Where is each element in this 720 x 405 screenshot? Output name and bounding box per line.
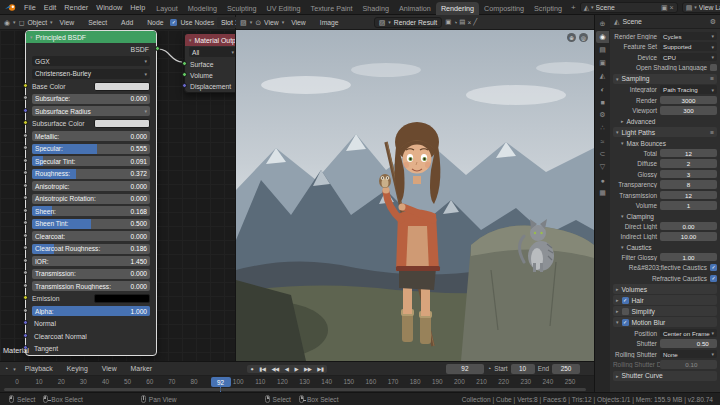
texture-properties-tab[interactable]: ▦: [596, 187, 609, 199]
new-scene-icon[interactable]: ▣: [661, 4, 668, 11]
menu-keying[interactable]: Keying: [63, 365, 92, 372]
play-button[interactable]: ▶: [292, 365, 301, 373]
subsection-clamping[interactable]: ▾Clamping: [613, 211, 717, 221]
modifiers-properties-tab[interactable]: ⚙: [596, 109, 609, 121]
presets-icon[interactable]: ≡: [710, 75, 714, 82]
end-frame-field[interactable]: 250: [552, 364, 580, 374]
workspace-tab-modeling[interactable]: Modeling: [183, 2, 222, 15]
menu-render[interactable]: Render: [60, 3, 92, 12]
view-layer-properties-tab[interactable]: ▣: [596, 57, 609, 69]
rolling-shutter-dur-field[interactable]: 0.10: [660, 360, 717, 369]
yellow-socket-icon[interactable]: [23, 295, 28, 300]
menu-playback[interactable]: Playback: [21, 365, 57, 372]
image-editor-icon[interactable]: ▨: [240, 19, 247, 26]
filter-glossy-field[interactable]: 1.00: [660, 253, 717, 262]
principled-node-header[interactable]: ▾ Principled BSDF: [26, 31, 156, 43]
diffuse-field[interactable]: 2: [660, 159, 717, 168]
total-field[interactable]: 12: [660, 149, 717, 158]
output-properties-tab[interactable]: ▤: [596, 44, 609, 56]
shader-mode-dropdown[interactable]: Object: [27, 19, 47, 26]
scene-properties-tab[interactable]: ◭: [596, 70, 609, 82]
gray-socket-icon[interactable]: [23, 95, 28, 100]
transmission-slider[interactable]: Transmission:0.000: [32, 269, 150, 279]
clearcoat-roughness-slider[interactable]: Clearcoat Roughness:0.186: [32, 244, 150, 254]
view-layer-selector[interactable]: ▤▾ View Layer ×: [682, 2, 720, 13]
yellow-socket-icon[interactable]: [23, 83, 28, 88]
device-dropdown[interactable]: CPU▾: [660, 53, 717, 62]
viewport-field[interactable]: 300: [660, 106, 717, 115]
integrator-dropdown[interactable]: Path Tracing▾: [660, 85, 717, 94]
gray-socket-icon[interactable]: [23, 220, 28, 225]
pack-image-icon[interactable]: ◔: [453, 19, 457, 26]
direct-light-field[interactable]: 0.00: [660, 222, 717, 231]
gray-socket-icon[interactable]: [23, 308, 28, 313]
refractive-caustics-checkbox[interactable]: [710, 275, 717, 282]
christensen-burley-dropdown[interactable]: Christensen-Burley▾: [32, 69, 150, 79]
workspace-tab-texture-paint[interactable]: Texture Paint: [306, 2, 358, 15]
menu-add[interactable]: Add: [117, 19, 137, 26]
menu-image[interactable]: Image: [316, 19, 343, 26]
world-properties-tab[interactable]: ◐: [596, 83, 609, 95]
open-image-icon[interactable]: ▤: [459, 18, 465, 26]
timeline-ruler[interactable]: 92 0102030405060708010011012013014015016…: [0, 376, 594, 392]
gray-socket-icon[interactable]: [23, 270, 28, 275]
constraints-properties-tab[interactable]: ⊂: [596, 148, 609, 160]
image-mode-dropdown[interactable]: View: [264, 19, 279, 26]
unlink-image-icon[interactable]: ×: [467, 19, 471, 26]
subsection-max-bounces[interactable]: ▾Max Bounces: [613, 138, 717, 148]
anisotropic-slider[interactable]: Anisotropic:0.000: [32, 181, 150, 191]
transmission-field[interactable]: 12: [660, 191, 717, 200]
emission-swatch[interactable]: [94, 294, 150, 303]
gray-socket-icon[interactable]: [23, 245, 28, 250]
glossy-field[interactable]: 3: [660, 170, 717, 179]
shader-socket-icon[interactable]: [182, 61, 187, 66]
material-properties-tab[interactable]: ●: [596, 174, 609, 186]
image-datablock-selector[interactable]: ▨▾ Render Result: [374, 17, 443, 28]
menu-view[interactable]: View: [287, 19, 310, 26]
motion-blur-checkbox[interactable]: [622, 319, 629, 326]
feature-set-dropdown[interactable]: Supported▾: [660, 42, 717, 51]
gray-socket-icon[interactable]: [23, 145, 28, 150]
node-editor-icon[interactable]: ◉: [4, 19, 10, 26]
shader-socket-icon[interactable]: [155, 46, 160, 51]
shader-socket-icon[interactable]: [182, 72, 187, 77]
vector-socket-icon[interactable]: [23, 320, 28, 325]
section-light-paths[interactable]: ▾Light Paths≡: [613, 127, 717, 137]
subsection-advanced[interactable]: ▸Advanced: [613, 116, 717, 126]
workspace-tab-animation[interactable]: Animation: [394, 2, 436, 15]
base-color-swatch[interactable]: [94, 82, 150, 91]
options-gear-icon[interactable]: ⚙: [710, 18, 716, 25]
use-nodes-checkbox[interactable]: [170, 19, 177, 26]
yellow-socket-icon[interactable]: [23, 120, 28, 125]
gray-socket-icon[interactable]: [23, 183, 28, 188]
alpha-slider[interactable]: Alpha:1.000: [32, 306, 150, 316]
anisotropic-rotation-slider[interactable]: Anisotropic Rotation:0.000: [32, 194, 150, 204]
zoom-gizmo-icon[interactable]: ⊕: [567, 33, 576, 42]
shutter-field[interactable]: 0.50: [660, 339, 717, 348]
position-dropdown[interactable]: Center on Frame▾: [660, 329, 717, 338]
menu-file[interactable]: File: [20, 3, 40, 12]
sheen-tint-slider[interactable]: Sheen Tint:0.500: [32, 219, 150, 229]
gray-socket-icon[interactable]: [23, 170, 28, 175]
record-button[interactable]: ●: [248, 365, 256, 373]
workspace-tab-layout[interactable]: Layout: [151, 2, 183, 15]
workspace-tab-sculpting[interactable]: Sculpting: [222, 2, 262, 15]
subsurface-radius-dropdown[interactable]: Subsurface Radius▾: [32, 106, 150, 116]
menu-edit[interactable]: Edit: [40, 3, 61, 12]
start-frame-field[interactable]: 10: [511, 364, 535, 374]
open-shading-language-checkbox[interactable]: [710, 64, 717, 71]
menu-node[interactable]: Node: [143, 19, 167, 26]
ior-slider[interactable]: IOR:1.450: [32, 256, 150, 266]
gray-socket-icon[interactable]: [23, 258, 28, 263]
current-frame-field[interactable]: 92: [446, 364, 484, 374]
vector-socket-icon[interactable]: [23, 108, 28, 113]
render-field[interactable]: 3000: [660, 96, 717, 105]
gray-socket-icon[interactable]: [23, 233, 28, 238]
render-result-view[interactable]: ⊕ ◎: [236, 30, 594, 361]
playhead[interactable]: 92: [211, 377, 231, 387]
tool-properties-tab[interactable]: ⊕: [596, 18, 609, 30]
gray-socket-icon[interactable]: [23, 133, 28, 138]
section-volumes[interactable]: ▸Volumes: [613, 284, 717, 294]
specular-slider[interactable]: Specular:0.555: [32, 144, 150, 154]
render-properties-tab[interactable]: ◉: [596, 31, 609, 43]
